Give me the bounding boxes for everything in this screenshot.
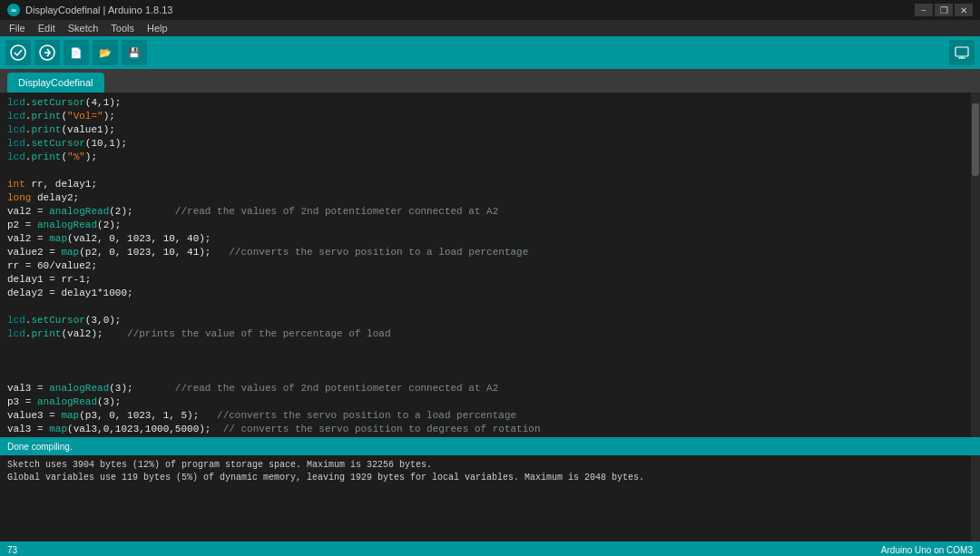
menu-help[interactable]: Help (142, 20, 173, 36)
open-button[interactable]: 📂 (93, 40, 118, 65)
menubar: File Edit Sketch Tools Help (0, 20, 980, 36)
editor-scrollbar-thumb[interactable] (972, 103, 979, 176)
console-line-1: Sketch uses 3904 bytes (12%) of program … (7, 459, 973, 472)
menu-edit[interactable]: Edit (33, 20, 61, 36)
editor-scrollbar[interactable] (971, 93, 980, 437)
restore-button[interactable]: ❐ (935, 4, 953, 16)
status-text: Done compiling. (7, 442, 73, 452)
svg-rect-3 (956, 47, 968, 56)
console-line-2: Global variables use 119 bytes (5%) of d… (7, 472, 973, 484)
toolbar: 📄 📂 💾 (0, 36, 980, 69)
menu-file[interactable]: File (4, 20, 31, 36)
menu-tools[interactable]: Tools (105, 20, 140, 36)
upload-icon (39, 44, 55, 61)
upload-button[interactable] (34, 40, 60, 65)
line-number: 73 (7, 545, 17, 555)
titlebar: ∞ DisplayCodefinal | Arduino 1.8.13 − ❐ … (0, 0, 980, 20)
code-editor[interactable]: lcd.setCursor(4,1); lcd.print("Vol="); l… (0, 93, 980, 437)
titlebar-left: ∞ DisplayCodefinal | Arduino 1.8.13 (7, 4, 172, 16)
svg-point-0 (11, 45, 25, 60)
new-button[interactable]: 📄 (64, 40, 89, 65)
board-port-label: Arduino Uno on COM3 (881, 545, 973, 555)
console-area: Sketch uses 3904 bytes (12%) of program … (0, 455, 980, 541)
editor-tab[interactable]: DisplayCodefinal (7, 73, 104, 93)
verify-icon (10, 44, 26, 61)
bottom-info-bar: 73 Arduino Uno on COM3 (0, 541, 980, 556)
serial-monitor-icon (955, 45, 969, 60)
menu-sketch[interactable]: Sketch (63, 20, 104, 36)
status-bar: Done compiling. (0, 437, 980, 455)
verify-button[interactable] (5, 40, 31, 65)
save-button[interactable]: 💾 (122, 40, 147, 65)
editor-area[interactable]: lcd.setCursor(4,1); lcd.print("Vol="); l… (0, 93, 980, 437)
window-controls: − ❐ ✕ (915, 4, 973, 16)
console-scrollbar[interactable] (971, 455, 980, 541)
window-title: DisplayCodefinal | Arduino 1.8.13 (25, 5, 172, 15)
serial-monitor-button[interactable] (949, 40, 975, 65)
tabbar: DisplayCodefinal (0, 69, 980, 93)
app-icon: ∞ (7, 4, 20, 16)
minimize-button[interactable]: − (915, 4, 933, 16)
close-button[interactable]: ✕ (955, 4, 973, 16)
